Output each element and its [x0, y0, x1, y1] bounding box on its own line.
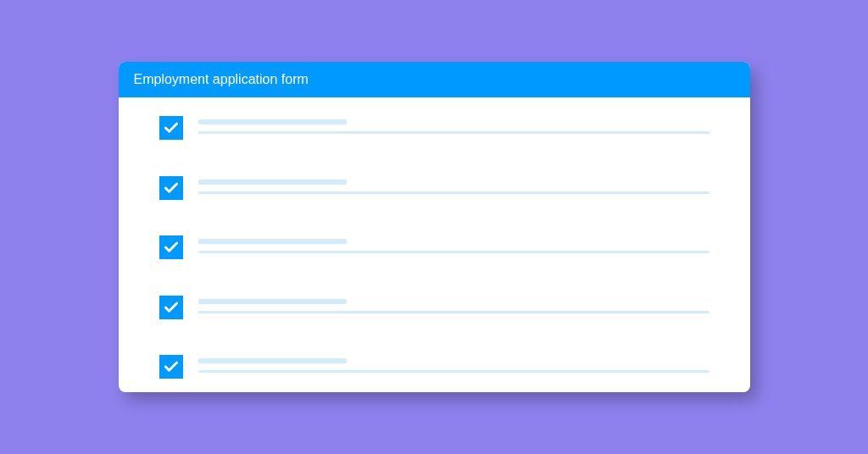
placeholder-line-short — [198, 180, 347, 185]
placeholder-line-long — [198, 251, 709, 253]
placeholder-line-long — [198, 131, 709, 134]
placeholder-line-long — [198, 311, 709, 313]
check-icon — [163, 239, 180, 256]
list-item — [159, 355, 709, 379]
item-text-placeholder — [198, 235, 709, 253]
item-text-placeholder — [198, 176, 709, 194]
placeholder-line-short — [198, 299, 347, 304]
checkbox[interactable] — [159, 235, 183, 259]
list-item — [159, 235, 709, 259]
item-text-placeholder — [198, 296, 709, 313]
placeholder-line-long — [198, 191, 709, 194]
placeholder-line-short — [198, 239, 347, 244]
card-body — [119, 97, 750, 392]
card-title: Employment application form — [134, 72, 309, 86]
placeholder-line-long — [198, 370, 709, 373]
list-item — [159, 296, 709, 319]
item-text-placeholder — [198, 355, 709, 373]
checkbox[interactable] — [159, 355, 183, 379]
check-icon — [163, 180, 180, 197]
checkbox[interactable] — [159, 116, 183, 140]
card-header: Employment application form — [119, 62, 750, 97]
placeholder-line-short — [198, 119, 347, 125]
checkbox[interactable] — [159, 176, 183, 200]
form-card: Employment application form — [119, 62, 750, 392]
checkbox[interactable] — [159, 296, 183, 319]
check-icon — [163, 119, 180, 136]
placeholder-line-short — [198, 358, 347, 363]
item-text-placeholder — [198, 116, 709, 134]
check-icon — [163, 358, 180, 375]
list-item — [159, 116, 709, 140]
check-icon — [163, 299, 180, 316]
list-item — [159, 176, 709, 200]
